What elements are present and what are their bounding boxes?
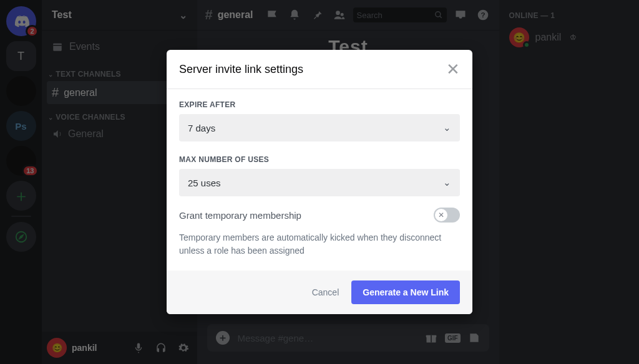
modal-backdrop[interactable]: Server invite link settings ✕ EXPIRE AFT… [0,0,639,364]
expire-select[interactable]: 7 days ⌄ [179,114,460,141]
generate-link-button[interactable]: Generate a New Link [351,280,460,304]
close-icon: ✕ [446,60,460,79]
expire-label: EXPIRE AFTER [179,100,460,109]
uses-value: 25 uses [188,178,221,188]
chevron-down-icon: ⌄ [443,122,451,133]
expire-value: 7 days [188,123,215,133]
toggle-knob: ✕ [435,209,447,221]
cancel-button[interactable]: Cancel [312,287,339,297]
invite-settings-modal: Server invite link settings ✕ EXPIRE AFT… [167,50,472,314]
temporary-membership-label: Grant temporary membership [179,210,301,221]
close-button[interactable]: ✕ [446,61,460,77]
temporary-membership-toggle[interactable]: ✕ [434,208,460,223]
modal-title: Server invite link settings [179,63,303,76]
temporary-help-text: Temporary members are automatically kick… [179,231,460,257]
chevron-down-icon: ⌄ [443,177,451,188]
uses-label: MAX NUMBER OF USES [179,155,460,164]
uses-select[interactable]: 25 uses ⌄ [179,169,460,196]
